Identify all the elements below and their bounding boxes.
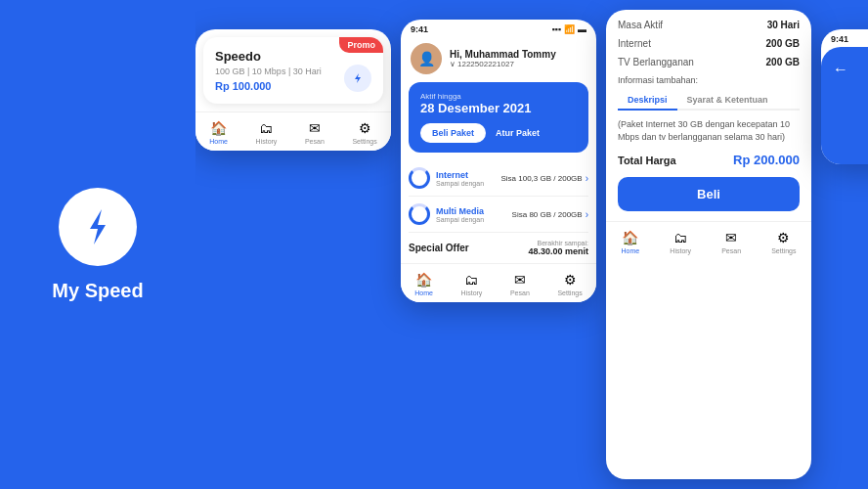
info-tambahan-label-s3: Informasi tambahan: — [618, 75, 800, 85]
tabs-row-s3: Deskripsi Syarat & Ketentuan — [618, 91, 800, 111]
total-price-s3: Rp 200.000 — [733, 153, 800, 167]
usage-name-multimedia: Multi Media — [436, 206, 484, 216]
user-info-s2: Hi, Muhammad Tommy ∨ 1222502221027 — [450, 49, 556, 68]
status-time-s2: 9:41 — [411, 24, 428, 34]
special-offer-right-s2: Berakhir sampai: 48.30.00 menit — [528, 240, 588, 256]
promo-badge: Promo — [339, 37, 383, 53]
nav-home-label-s1: Home — [209, 138, 228, 145]
brand-logo — [59, 188, 137, 266]
berakhir-time-s2: 48.30.00 menit — [528, 246, 588, 256]
active-card-buttons-s2: Beli Paket Atur Paket — [420, 123, 577, 143]
tab-syarat[interactable]: Syarat & Ketentuan — [677, 91, 778, 109]
user-header-s2: 👤 Hi, Muhammad Tommy ∨ 1222502221027 — [401, 37, 596, 82]
special-offer-row-s2: Special Offer Berakhir sampai: 48.30.00 … — [401, 233, 596, 263]
usage-name-internet: Internet — [436, 170, 484, 180]
history-icon-s1: 🗂 — [259, 120, 273, 136]
screen2-phone: 9:41 ▪▪▪ 📶 ▬ 👤 Hi, Muhammad Tommy ∨ 1222… — [401, 20, 596, 302]
screen1-phone: Promo Speedo 100 GB | 10 Mbps | 30 Hari … — [195, 29, 391, 151]
pesan-icon-s1: ✉ — [309, 120, 321, 136]
nav-pesan-label-s1: Pesan — [305, 138, 325, 145]
nav-pesan-s3[interactable]: ✉ Pesan — [721, 230, 741, 254]
beli-paket-button-s2[interactable]: Beli Paket — [420, 123, 486, 143]
usage-section-s2: Internet Sampai dengan Sisa 100,3 GB / 2… — [401, 160, 596, 233]
status-time-s4: 9:41 — [831, 34, 848, 44]
wifi-icon-s2: 📶 — [564, 24, 575, 34]
detail-row-internet: Internet 200 GB — [618, 38, 800, 49]
signal-icon-s2: ▪▪▪ — [551, 24, 561, 34]
status-icons-s2: ▪▪▪ 📶 ▬ — [551, 24, 586, 34]
chevron-down-icon: ∨ — [450, 60, 456, 68]
usage-text-internet: Internet Sampai dengan — [436, 170, 484, 187]
special-offer-title-s2: Special Offer — [409, 243, 469, 253]
usage-sub-internet: Sampai dengan — [436, 180, 484, 187]
home-icon-s1: 🏠 — [210, 120, 227, 136]
usage-row-internet: Internet Sampai dengan Sisa 100,3 GB / 2… — [409, 160, 588, 197]
nav-settings-s3[interactable]: ⚙ Settings — [771, 230, 796, 254]
nav-history-s2[interactable]: 🗂 History — [461, 272, 483, 296]
aktif-label-s2: Aktif hingga — [420, 92, 577, 101]
screen3-phone: Masa Aktif 30 Hari Internet 200 GB TV Be… — [606, 10, 811, 479]
active-card-s2: Aktif hingga 28 Desember 2021 Beli Paket… — [409, 82, 588, 153]
detail-row-masa-aktif: Masa Aktif 30 Hari — [618, 20, 800, 30]
lighting-header-s4: ← Lighting 200 GB — [821, 47, 868, 164]
description-text-s3: (Paket Internet 30 GB dengan kecepatan 1… — [618, 118, 800, 143]
settings-icon-s1: ⚙ — [359, 120, 371, 136]
usage-row-multimedia: Multi Media Sampai dengan Sisa 80 GB / 2… — [409, 197, 588, 233]
nav-history-s1[interactable]: 🗂 History — [256, 120, 278, 145]
nav-home-s2[interactable]: 🏠 Home — [414, 272, 433, 296]
brand-section: My Speed — [0, 188, 195, 302]
bottom-nav-s3: 🏠 Home 🗂 History ✉ Pesan ⚙ Settings — [606, 221, 811, 260]
usage-circle-internet — [409, 167, 430, 189]
status-bar-s4: 9:41 ▪▪▪ 📶 ▬ — [821, 29, 868, 47]
total-label-s3: Total Harga — [618, 155, 676, 166]
greeting-s2: Hi, Muhammad Tommy — [450, 49, 556, 60]
promo-card: Promo Speedo 100 GB | 10 Mbps | 30 Hari … — [203, 37, 383, 104]
avatar-s2: 👤 — [411, 43, 442, 74]
nav-home-s3[interactable]: 🏠 Home — [622, 230, 640, 254]
lightning-icon — [344, 65, 371, 92]
usage-right-multimedia[interactable]: Sisa 80 GB / 200GB › — [512, 209, 588, 220]
nav-history-s3[interactable]: 🗂 History — [670, 230, 691, 254]
detail-row-tv: TV Berlangganan 200 GB — [618, 57, 800, 67]
svg-marker-1 — [355, 73, 361, 83]
screen4-phone: 9:41 ▪▪▪ 📶 ▬ ← Lighting 200 GB — [821, 29, 868, 164]
nav-settings-s1[interactable]: ⚙ Settings — [352, 120, 376, 145]
nav-pesan-s2[interactable]: ✉ Pesan — [510, 272, 530, 296]
usage-sub-multimedia: Sampai dengan — [436, 216, 484, 223]
usage-left-internet: Internet Sampai dengan — [409, 167, 484, 189]
nav-history-label-s1: History — [256, 138, 278, 145]
berakhir-label-s2: Berakhir sampai: — [528, 240, 588, 246]
chevron-right-icon-multimedia: › — [586, 209, 588, 220]
usage-left-multimedia: Multi Media Sampai dengan — [409, 203, 484, 225]
atur-paket-button-s2[interactable]: Atur Paket — [496, 128, 540, 138]
account-num-s2: ∨ 1222502221027 — [450, 60, 556, 68]
brand-name: My Speed — [52, 280, 143, 302]
screens-container: Promo Speedo 100 GB | 10 Mbps | 30 Hari … — [195, 0, 868, 489]
bottom-nav-s2: 🏠 Home 🗂 History ✉ Pesan ⚙ Settings — [401, 263, 596, 302]
beli-button-s3[interactable]: Beli — [618, 177, 800, 211]
total-row-s3: Total Harga Rp 200.000 — [618, 153, 800, 167]
usage-circle-multimedia — [409, 203, 430, 225]
chevron-right-icon-internet: › — [586, 173, 588, 184]
lighting-gb-s4: 200 GB — [833, 110, 868, 135]
nav-settings-s2[interactable]: ⚙ Settings — [557, 272, 582, 296]
bottom-nav-screen1: 🏠 Home 🗂 History ✉ Pesan ⚙ Settings — [195, 111, 391, 151]
status-bar-s2: 9:41 ▪▪▪ 📶 ▬ — [401, 20, 596, 37]
nav-settings-label-s1: Settings — [352, 138, 376, 145]
usage-text-multimedia: Multi Media Sampai dengan — [436, 206, 484, 223]
back-button-s4[interactable]: ← — [833, 61, 868, 78]
detail-content-s3: Masa Aktif 30 Hari Internet 200 GB TV Be… — [606, 10, 811, 221]
nav-home-s1[interactable]: 🏠 Home — [209, 120, 228, 145]
lighting-title-s4: Lighting — [833, 94, 868, 110]
svg-marker-0 — [90, 209, 106, 244]
nav-pesan-s1[interactable]: ✉ Pesan — [305, 120, 325, 145]
aktif-date-s2: 28 Desember 2021 — [420, 101, 577, 115]
tab-deskripsi[interactable]: Deskripsi — [618, 91, 677, 111]
usage-right-internet[interactable]: Sisa 100,3 GB / 200GB › — [500, 173, 588, 184]
battery-icon-s2: ▬ — [578, 24, 586, 34]
